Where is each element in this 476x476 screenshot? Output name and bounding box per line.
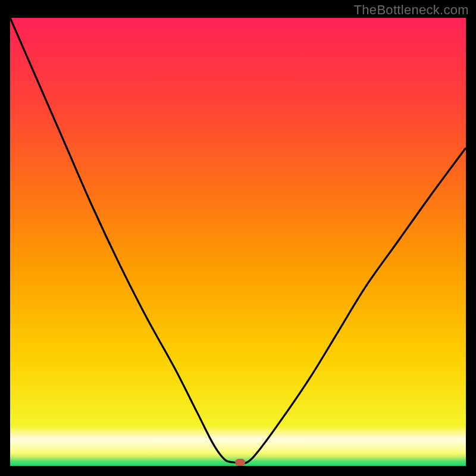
bottleneck-curve [10,18,466,466]
chart-frame: TheBottleneck.com [0,0,476,476]
curve-path [10,18,466,464]
watermark-text: TheBottleneck.com [354,2,469,18]
optimal-point-marker [235,459,245,466]
plot-area [10,18,466,466]
